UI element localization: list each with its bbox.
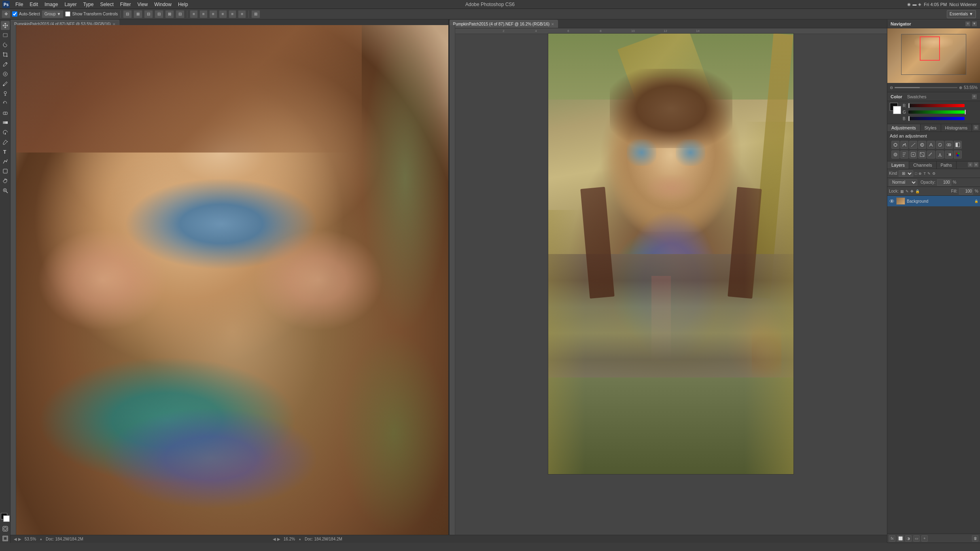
- screen-mode-tool[interactable]: [1, 534, 10, 543]
- fill-input[interactable]: [959, 188, 973, 195]
- r-slider-thumb[interactable]: [908, 103, 910, 108]
- shape-tool[interactable]: [1, 167, 10, 176]
- layer-new-btn[interactable]: +: [921, 535, 928, 542]
- auto-select-checkbox[interactable]: [12, 11, 17, 17]
- g-slider-thumb[interactable]: [965, 110, 966, 114]
- menu-file[interactable]: File: [12, 0, 26, 9]
- adj-photo-filter-btn[interactable]: [891, 150, 899, 159]
- quick-mask-tool[interactable]: [1, 524, 10, 533]
- bg-color-box[interactable]: [893, 106, 901, 114]
- navigator-collapse-btn[interactable]: ▼: [972, 21, 977, 26]
- dodge-burn-tool[interactable]: [1, 128, 10, 137]
- adj-levels-btn[interactable]: [900, 141, 908, 149]
- eraser-tool[interactable]: [1, 108, 10, 117]
- align-bottom-btn[interactable]: ⊟: [176, 10, 185, 18]
- g-slider[interactable]: [908, 110, 965, 114]
- layers-menu-btn[interactable]: ≡: [968, 162, 973, 167]
- blend-mode-select[interactable]: Normal: [889, 179, 917, 186]
- adj-bw-btn[interactable]: [954, 141, 962, 149]
- canvas-content-left[interactable]: [16, 25, 448, 535]
- kind-select[interactable]: ⊞: [899, 170, 913, 177]
- kind-filter-4[interactable]: ✎: [927, 172, 931, 176]
- gradient-tool[interactable]: [1, 118, 10, 127]
- tab-channels[interactable]: Channels: [909, 161, 936, 169]
- nav-viewport-indicator[interactable]: [920, 36, 940, 61]
- crop-tool[interactable]: [1, 50, 10, 59]
- menu-help[interactable]: Help: [175, 0, 191, 9]
- r-slider[interactable]: [908, 104, 965, 107]
- menu-filter[interactable]: Filter: [117, 0, 134, 9]
- opacity-input[interactable]: [937, 179, 951, 186]
- menu-layer[interactable]: Layer: [61, 0, 80, 9]
- distribute-middle-btn[interactable]: ≡: [229, 10, 237, 18]
- align-center-h-btn[interactable]: ⊠: [134, 10, 142, 18]
- menu-edit[interactable]: Edit: [26, 0, 41, 9]
- eyedropper-tool[interactable]: [1, 60, 10, 69]
- extras-btn[interactable]: ⊞: [251, 10, 260, 18]
- path-selection-tool[interactable]: [1, 157, 10, 166]
- canvas-content-right[interactable]: [455, 25, 887, 535]
- kind-filter-2[interactable]: ⊕: [918, 172, 922, 176]
- zoom-slider[interactable]: [895, 87, 957, 88]
- hand-tool[interactable]: [1, 176, 10, 185]
- marquee-tool[interactable]: [1, 31, 10, 40]
- lock-paint-btn[interactable]: ✎: [906, 189, 909, 193]
- menu-type[interactable]: Type: [80, 0, 97, 9]
- layer-group-btn[interactable]: ▭: [913, 535, 920, 542]
- essentials-btn[interactable]: Essentials ▼: [947, 10, 976, 18]
- color-menu-btn[interactable]: ≡: [972, 94, 977, 99]
- zoom-in-btn[interactable]: ⊕: [959, 85, 962, 90]
- b-slider[interactable]: [908, 117, 965, 120]
- menu-view[interactable]: View: [134, 0, 151, 9]
- adj-hsl-btn[interactable]: [936, 141, 944, 149]
- adj-posterize-btn[interactable]: [927, 150, 935, 159]
- align-right-btn[interactable]: ⊟: [144, 10, 153, 18]
- layer-visibility-eye[interactable]: [889, 198, 895, 204]
- menu-window[interactable]: Window: [151, 0, 175, 9]
- menu-select[interactable]: Select: [97, 0, 117, 9]
- healing-tool[interactable]: [1, 70, 10, 78]
- brush-tool[interactable]: [1, 79, 10, 88]
- b-slider-thumb[interactable]: [908, 116, 910, 121]
- status-triangle-left[interactable]: ▲: [39, 537, 42, 541]
- distribute-left-btn[interactable]: ≡: [190, 10, 198, 18]
- move-tool-btn[interactable]: ✥: [2, 10, 11, 18]
- tab-layers[interactable]: Layers: [887, 161, 909, 169]
- color-tab[interactable]: Color: [891, 94, 902, 99]
- clone-stamp-tool[interactable]: [1, 89, 10, 98]
- distribute-top-btn[interactable]: ≡: [219, 10, 227, 18]
- color-selector-box[interactable]: [890, 103, 901, 114]
- adj-gradient-map-btn[interactable]: [945, 150, 953, 159]
- zoom-out-btn[interactable]: ⊖: [890, 85, 893, 90]
- background-color[interactable]: [3, 515, 10, 522]
- layer-row-background[interactable]: Background 🔒: [887, 196, 980, 206]
- adj-color-lookup-btn[interactable]: [909, 150, 917, 159]
- status-arrows-right[interactable]: ◀ ▶: [273, 537, 280, 541]
- adj-brightness-btn[interactable]: [891, 141, 899, 149]
- history-brush-tool[interactable]: [1, 99, 10, 108]
- tab-styles[interactable]: Styles: [921, 124, 941, 131]
- zoom-tool[interactable]: [1, 186, 10, 195]
- adj-channel-mixer-btn[interactable]: [900, 150, 908, 159]
- layer-delete-btn[interactable]: 🗑: [972, 535, 978, 542]
- adj-exposure-btn[interactable]: [918, 141, 926, 149]
- menu-image[interactable]: Image: [41, 0, 61, 9]
- layer-styles-btn[interactable]: fx: [889, 535, 895, 542]
- tab-paths[interactable]: Paths: [937, 161, 957, 169]
- distribute-bottom-btn[interactable]: ≡: [238, 10, 246, 18]
- status-arrows-left[interactable]: ◀ ▶: [14, 537, 21, 541]
- lock-transparent-btn[interactable]: ▦: [900, 189, 904, 193]
- adj-invert-btn[interactable]: [918, 150, 926, 159]
- lock-position-btn[interactable]: ✥: [910, 189, 914, 193]
- tab-histograms[interactable]: Histograms: [941, 124, 972, 131]
- swatches-tab[interactable]: Swatches: [907, 94, 927, 99]
- adj-vibrance-btn[interactable]: [927, 141, 935, 149]
- align-left-btn[interactable]: ⊟: [123, 10, 132, 18]
- layer-adjustment-btn[interactable]: ◑: [905, 535, 912, 542]
- adj-menu-btn[interactable]: ≡: [974, 125, 978, 130]
- kind-filter-3[interactable]: T: [923, 172, 926, 176]
- pen-tool[interactable]: [1, 138, 10, 146]
- lock-all-btn[interactable]: 🔒: [915, 189, 920, 193]
- align-top-btn[interactable]: ⊟: [155, 10, 163, 18]
- show-transform-checkbox[interactable]: [65, 11, 70, 17]
